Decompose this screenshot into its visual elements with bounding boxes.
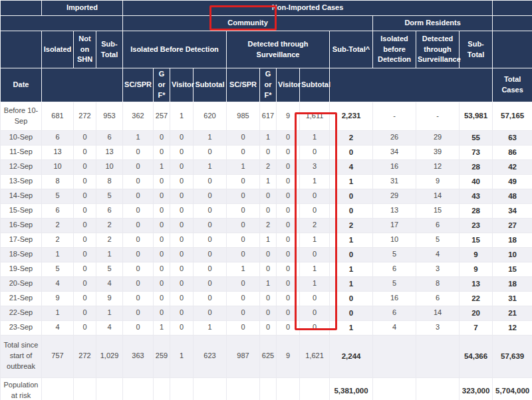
table-row: 10-Sep60610010101226295563 <box>1 130 532 145</box>
header-isolated-before-detection: Isolated Before Detection <box>123 31 227 68</box>
table-cell: 6 <box>96 203 123 218</box>
table-cell: 0 <box>74 159 96 174</box>
table-cell: 0 <box>123 276 154 291</box>
table-cell: 1 <box>123 130 154 145</box>
table-cell: 0 <box>194 145 227 159</box>
table-cell: 2 <box>96 218 123 233</box>
row-label: 16-Sep <box>1 218 42 233</box>
table-cell: 0 <box>154 145 170 159</box>
table-cell: 14 <box>416 189 460 203</box>
table-cell: 0 <box>74 203 96 218</box>
row-label: 20-Sep <box>1 276 42 291</box>
table-cell <box>74 377 96 400</box>
row-label: 12-Sep <box>1 159 42 174</box>
table-cell: 0 <box>154 189 170 203</box>
header-spacer <box>330 68 493 102</box>
table-cell: 0 <box>227 306 260 320</box>
table-row: Before 10-Sep681272953362257162098561791… <box>1 102 532 130</box>
table-cell: 1 <box>170 102 194 130</box>
table-row: 18-Sep10100000000054910 <box>1 247 532 262</box>
table-cell: 0 <box>194 247 227 262</box>
header-date: Date <box>1 68 42 102</box>
header-dorm-sub-total: Sub-Total <box>460 31 493 68</box>
table-cell: 0 <box>74 233 96 247</box>
table-cell: 1 <box>170 335 194 377</box>
table-cell: 5 <box>373 276 416 291</box>
table-cell: 9 <box>277 102 300 130</box>
table-cell: 8 <box>416 276 460 291</box>
table-cell <box>170 377 194 400</box>
row-label: Total since start of outbreak <box>1 335 42 377</box>
table-cell: 34 <box>373 145 416 159</box>
table-cell <box>300 377 330 400</box>
table-cell: 86 <box>493 145 532 159</box>
covid-cases-table: Imported Non-Imported Cases Community Do… <box>0 0 532 400</box>
table-cell: 4 <box>330 159 373 174</box>
table-cell: 363 <box>123 335 154 377</box>
table-cell: - <box>373 102 416 130</box>
table-cell: 13 <box>373 203 416 218</box>
table-cell: 6 <box>42 130 74 145</box>
table-cell: 620 <box>194 102 227 130</box>
table-cell: 21 <box>493 306 532 320</box>
table-cell: 15 <box>416 203 460 218</box>
table-cell: 1 <box>194 130 227 145</box>
table-cell: 1 <box>227 159 260 174</box>
table-cell: 1 <box>300 262 330 276</box>
table-row: Population at risk5,381,000323,0005,704,… <box>1 377 532 400</box>
table-cell: 1 <box>194 159 227 174</box>
table-cell <box>373 377 416 400</box>
table-cell: 57,165 <box>493 102 532 130</box>
table-cell: 0 <box>123 291 154 306</box>
table-cell: 6 <box>42 203 74 218</box>
header-sc-spr-2: SC/SPR <box>227 68 260 102</box>
table-cell: 6 <box>416 218 460 233</box>
table-cell: 0 <box>170 306 194 320</box>
table-cell: 623 <box>194 335 227 377</box>
table-cell: 1 <box>96 247 123 262</box>
table-cell: 0 <box>74 247 96 262</box>
table-cell: 12 <box>416 159 460 174</box>
table-cell: 1 <box>300 233 330 247</box>
table-cell: 0 <box>170 320 194 335</box>
table-cell: 6 <box>373 262 416 276</box>
table-cell: 2 <box>260 159 277 174</box>
table-cell: 0 <box>170 247 194 262</box>
table-cell <box>260 377 277 400</box>
header-subtotal-1: Subtotal <box>194 68 227 102</box>
table-cell: 0 <box>194 218 227 233</box>
header-spacer <box>1 31 42 68</box>
table-cell: 63 <box>493 130 532 145</box>
table-cell: 1 <box>227 262 260 276</box>
table-cell: 1 <box>300 174 330 189</box>
table-cell: 5,381,000 <box>330 377 373 400</box>
table-cell: 0 <box>260 203 277 218</box>
table-cell: 10 <box>493 247 532 262</box>
table-cell: 0 <box>154 291 170 306</box>
table-cell: 0 <box>170 145 194 159</box>
table-cell: 0 <box>123 320 154 335</box>
table-cell: 0 <box>277 233 300 247</box>
table-cell: 0 <box>123 174 154 189</box>
table-cell: 28 <box>460 203 493 218</box>
table-cell: 0 <box>123 159 154 174</box>
table-cell: 0 <box>227 218 260 233</box>
table-cell <box>277 377 300 400</box>
table-cell: 6 <box>96 130 123 145</box>
table-cell: 28 <box>460 159 493 174</box>
table-cell: 1 <box>260 174 277 189</box>
table-cell: 625 <box>260 335 277 377</box>
table-cell: 0 <box>194 291 227 306</box>
table-cell: 0 <box>170 130 194 145</box>
table-cell: 0 <box>154 247 170 262</box>
table-cell: 13 <box>460 276 493 291</box>
cases-table-screenshot: Imported Non-Imported Cases Community Do… <box>0 0 532 400</box>
table-cell: 0 <box>330 203 373 218</box>
table-cell: 15 <box>493 262 532 276</box>
table-cell: 1 <box>42 247 74 262</box>
table-cell: 272 <box>74 335 96 377</box>
table-cell: 4 <box>96 276 123 291</box>
table-cell: 0 <box>227 276 260 291</box>
table-row: 17-Sep2020000010111051518 <box>1 233 532 247</box>
header-spacer <box>42 68 123 102</box>
